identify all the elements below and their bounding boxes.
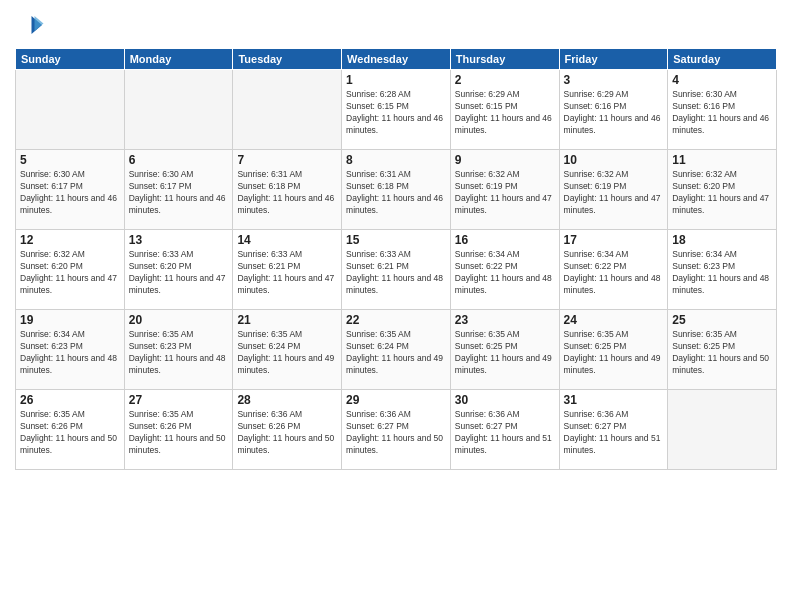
day-number: 24 (564, 313, 664, 327)
weekday-header-wednesday: Wednesday (342, 49, 451, 70)
day-number: 16 (455, 233, 555, 247)
calendar-cell: 28Sunrise: 6:36 AMSunset: 6:26 PMDayligh… (233, 390, 342, 470)
day-number: 8 (346, 153, 446, 167)
day-number: 11 (672, 153, 772, 167)
day-info: Sunrise: 6:31 AMSunset: 6:18 PMDaylight:… (346, 169, 446, 217)
day-info: Sunrise: 6:30 AMSunset: 6:16 PMDaylight:… (672, 89, 772, 137)
day-info: Sunrise: 6:35 AMSunset: 6:25 PMDaylight:… (455, 329, 555, 377)
day-number: 5 (20, 153, 120, 167)
calendar-cell: 25Sunrise: 6:35 AMSunset: 6:25 PMDayligh… (668, 310, 777, 390)
calendar-cell: 17Sunrise: 6:34 AMSunset: 6:22 PMDayligh… (559, 230, 668, 310)
calendar-cell: 20Sunrise: 6:35 AMSunset: 6:23 PMDayligh… (124, 310, 233, 390)
day-info: Sunrise: 6:35 AMSunset: 6:26 PMDaylight:… (129, 409, 229, 457)
weekday-header-sunday: Sunday (16, 49, 125, 70)
calendar-cell: 21Sunrise: 6:35 AMSunset: 6:24 PMDayligh… (233, 310, 342, 390)
day-info: Sunrise: 6:35 AMSunset: 6:25 PMDaylight:… (672, 329, 772, 377)
day-number: 18 (672, 233, 772, 247)
day-info: Sunrise: 6:31 AMSunset: 6:18 PMDaylight:… (237, 169, 337, 217)
calendar-cell: 10Sunrise: 6:32 AMSunset: 6:19 PMDayligh… (559, 150, 668, 230)
page: SundayMondayTuesdayWednesdayThursdayFrid… (0, 0, 792, 612)
day-number: 27 (129, 393, 229, 407)
day-info: Sunrise: 6:36 AMSunset: 6:27 PMDaylight:… (346, 409, 446, 457)
day-number: 25 (672, 313, 772, 327)
day-info: Sunrise: 6:35 AMSunset: 6:25 PMDaylight:… (564, 329, 664, 377)
calendar-cell: 19Sunrise: 6:34 AMSunset: 6:23 PMDayligh… (16, 310, 125, 390)
calendar-cell: 30Sunrise: 6:36 AMSunset: 6:27 PMDayligh… (450, 390, 559, 470)
calendar-cell: 24Sunrise: 6:35 AMSunset: 6:25 PMDayligh… (559, 310, 668, 390)
day-info: Sunrise: 6:33 AMSunset: 6:20 PMDaylight:… (129, 249, 229, 297)
calendar-cell: 31Sunrise: 6:36 AMSunset: 6:27 PMDayligh… (559, 390, 668, 470)
weekday-header-friday: Friday (559, 49, 668, 70)
day-info: Sunrise: 6:33 AMSunset: 6:21 PMDaylight:… (237, 249, 337, 297)
calendar-cell: 3Sunrise: 6:29 AMSunset: 6:16 PMDaylight… (559, 70, 668, 150)
calendar-table: SundayMondayTuesdayWednesdayThursdayFrid… (15, 48, 777, 470)
calendar-cell: 7Sunrise: 6:31 AMSunset: 6:18 PMDaylight… (233, 150, 342, 230)
weekday-header-thursday: Thursday (450, 49, 559, 70)
day-info: Sunrise: 6:32 AMSunset: 6:19 PMDaylight:… (564, 169, 664, 217)
calendar-cell: 9Sunrise: 6:32 AMSunset: 6:19 PMDaylight… (450, 150, 559, 230)
day-number: 23 (455, 313, 555, 327)
day-number: 28 (237, 393, 337, 407)
day-number: 13 (129, 233, 229, 247)
day-number: 22 (346, 313, 446, 327)
day-info: Sunrise: 6:34 AMSunset: 6:22 PMDaylight:… (564, 249, 664, 297)
day-info: Sunrise: 6:29 AMSunset: 6:15 PMDaylight:… (455, 89, 555, 137)
day-info: Sunrise: 6:34 AMSunset: 6:23 PMDaylight:… (20, 329, 120, 377)
day-number: 26 (20, 393, 120, 407)
calendar-cell: 13Sunrise: 6:33 AMSunset: 6:20 PMDayligh… (124, 230, 233, 310)
day-number: 30 (455, 393, 555, 407)
day-info: Sunrise: 6:34 AMSunset: 6:22 PMDaylight:… (455, 249, 555, 297)
calendar-cell: 26Sunrise: 6:35 AMSunset: 6:26 PMDayligh… (16, 390, 125, 470)
calendar-cell (16, 70, 125, 150)
day-number: 29 (346, 393, 446, 407)
day-info: Sunrise: 6:36 AMSunset: 6:26 PMDaylight:… (237, 409, 337, 457)
day-number: 9 (455, 153, 555, 167)
day-info: Sunrise: 6:35 AMSunset: 6:24 PMDaylight:… (237, 329, 337, 377)
calendar-cell: 15Sunrise: 6:33 AMSunset: 6:21 PMDayligh… (342, 230, 451, 310)
calendar-cell: 6Sunrise: 6:30 AMSunset: 6:17 PMDaylight… (124, 150, 233, 230)
day-info: Sunrise: 6:33 AMSunset: 6:21 PMDaylight:… (346, 249, 446, 297)
day-info: Sunrise: 6:35 AMSunset: 6:26 PMDaylight:… (20, 409, 120, 457)
day-number: 14 (237, 233, 337, 247)
calendar-cell: 27Sunrise: 6:35 AMSunset: 6:26 PMDayligh… (124, 390, 233, 470)
day-number: 12 (20, 233, 120, 247)
calendar-cell: 14Sunrise: 6:33 AMSunset: 6:21 PMDayligh… (233, 230, 342, 310)
weekday-header-saturday: Saturday (668, 49, 777, 70)
calendar-cell: 8Sunrise: 6:31 AMSunset: 6:18 PMDaylight… (342, 150, 451, 230)
day-info: Sunrise: 6:32 AMSunset: 6:20 PMDaylight:… (20, 249, 120, 297)
day-number: 7 (237, 153, 337, 167)
svg-marker-1 (35, 16, 44, 31)
calendar-cell: 2Sunrise: 6:29 AMSunset: 6:15 PMDaylight… (450, 70, 559, 150)
day-info: Sunrise: 6:32 AMSunset: 6:20 PMDaylight:… (672, 169, 772, 217)
day-info: Sunrise: 6:36 AMSunset: 6:27 PMDaylight:… (564, 409, 664, 457)
calendar-cell (233, 70, 342, 150)
calendar-cell: 22Sunrise: 6:35 AMSunset: 6:24 PMDayligh… (342, 310, 451, 390)
calendar-cell: 16Sunrise: 6:34 AMSunset: 6:22 PMDayligh… (450, 230, 559, 310)
calendar-cell: 12Sunrise: 6:32 AMSunset: 6:20 PMDayligh… (16, 230, 125, 310)
day-info: Sunrise: 6:28 AMSunset: 6:15 PMDaylight:… (346, 89, 446, 137)
calendar-cell: 5Sunrise: 6:30 AMSunset: 6:17 PMDaylight… (16, 150, 125, 230)
weekday-header-monday: Monday (124, 49, 233, 70)
day-number: 15 (346, 233, 446, 247)
calendar-cell: 4Sunrise: 6:30 AMSunset: 6:16 PMDaylight… (668, 70, 777, 150)
header (15, 10, 777, 40)
calendar-cell: 1Sunrise: 6:28 AMSunset: 6:15 PMDaylight… (342, 70, 451, 150)
day-info: Sunrise: 6:36 AMSunset: 6:27 PMDaylight:… (455, 409, 555, 457)
calendar-cell: 23Sunrise: 6:35 AMSunset: 6:25 PMDayligh… (450, 310, 559, 390)
calendar-cell: 18Sunrise: 6:34 AMSunset: 6:23 PMDayligh… (668, 230, 777, 310)
calendar-cell: 11Sunrise: 6:32 AMSunset: 6:20 PMDayligh… (668, 150, 777, 230)
day-info: Sunrise: 6:29 AMSunset: 6:16 PMDaylight:… (564, 89, 664, 137)
day-number: 2 (455, 73, 555, 87)
day-number: 10 (564, 153, 664, 167)
day-info: Sunrise: 6:35 AMSunset: 6:23 PMDaylight:… (129, 329, 229, 377)
day-number: 20 (129, 313, 229, 327)
calendar-cell (124, 70, 233, 150)
day-number: 19 (20, 313, 120, 327)
logo (15, 10, 49, 40)
day-info: Sunrise: 6:35 AMSunset: 6:24 PMDaylight:… (346, 329, 446, 377)
day-number: 1 (346, 73, 446, 87)
day-info: Sunrise: 6:30 AMSunset: 6:17 PMDaylight:… (20, 169, 120, 217)
day-number: 31 (564, 393, 664, 407)
calendar-cell: 29Sunrise: 6:36 AMSunset: 6:27 PMDayligh… (342, 390, 451, 470)
day-info: Sunrise: 6:32 AMSunset: 6:19 PMDaylight:… (455, 169, 555, 217)
